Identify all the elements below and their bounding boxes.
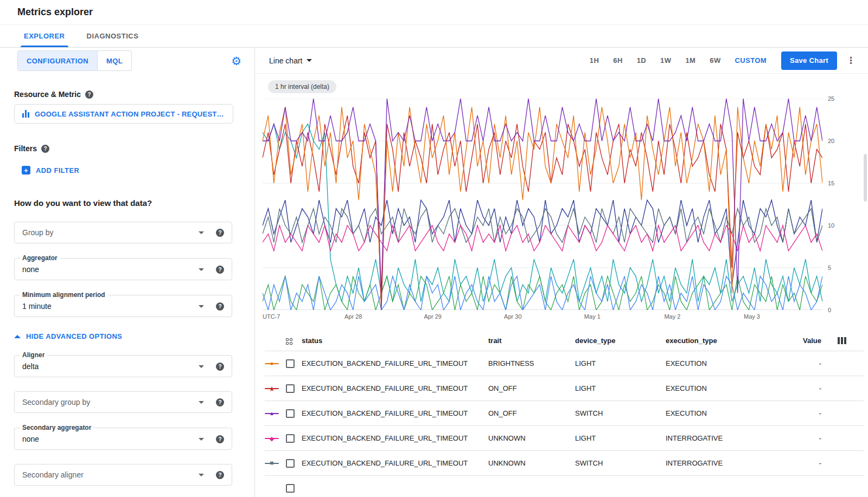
time-range-custom-button[interactable]: CUSTOM — [728, 52, 774, 69]
cell-device-type: LIGHT — [575, 359, 666, 367]
help-icon[interactable]: ? — [216, 266, 224, 274]
time-range-1m-button[interactable]: 1M — [678, 52, 703, 69]
secondary-group-by-placeholder: Secondary group by — [22, 398, 90, 406]
time-range-1h-button[interactable]: 1H — [583, 52, 606, 69]
chevron-down-icon — [307, 59, 312, 62]
selected-metric-chip[interactable]: GOOGLE ASSISTANT ACTION PROJECT - REQUES… — [14, 104, 233, 124]
cell-device-type: SWITCH — [575, 409, 666, 417]
cell-trait: BRIGHTNESS — [488, 359, 575, 367]
chart-type-select[interactable]: Line chart — [269, 56, 312, 65]
table-row-partial — [265, 476, 864, 497]
x-tick-label: May 3 — [744, 313, 760, 320]
cell-execution-type: EXECUTION — [666, 409, 790, 417]
mql-mode-button[interactable]: MQL — [98, 50, 132, 71]
time-range-1w-button[interactable]: 1W — [653, 52, 678, 69]
aligner-label: Aligner — [20, 351, 47, 359]
star-series-marker-icon: ★ — [265, 385, 279, 392]
secondary-aggregator-value: none — [22, 435, 39, 443]
chevron-up-icon — [14, 335, 21, 338]
metric-chip-label: GOOGLE ASSISTANT ACTION PROJECT - REQUES… — [35, 110, 225, 118]
row-checkbox[interactable] — [286, 384, 295, 393]
help-icon[interactable]: ? — [216, 363, 224, 371]
aggregator-value: none — [22, 265, 39, 274]
add-filter-button[interactable]: + ADD FILTER — [22, 166, 254, 175]
time-range-6h-button[interactable]: 6H — [606, 52, 629, 69]
vertical-scrollbar[interactable] — [864, 154, 867, 202]
view-data-question: How do you want to view that data? — [14, 198, 254, 208]
hide-advanced-options-toggle[interactable]: HIDE ADVANCED OPTIONS — [14, 332, 254, 340]
cell-value: - — [790, 434, 838, 442]
min-alignment-select[interactable]: Minimum alignment period 1 minute ? — [14, 291, 232, 317]
cell-trait: ON_OFF — [488, 409, 575, 417]
help-icon[interactable]: ? — [216, 435, 224, 443]
chart-panel: Line chart 1H6H1D1W1M6W CUSTOM Save Char… — [255, 48, 868, 497]
advanced-toggle-label: HIDE ADVANCED OPTIONS — [26, 332, 122, 340]
secondary-aligner-select[interactable]: Secondary aligner ? — [14, 464, 232, 486]
resource-metric-label: Resource & Metric — [14, 90, 81, 99]
help-icon[interactable]: ? — [216, 471, 224, 479]
resource-metric-section: Resource & Metric ? — [14, 90, 254, 99]
help-icon[interactable]: ? — [216, 229, 224, 237]
secondary-aggregator-select[interactable]: Secondary aggregator none ? — [14, 424, 232, 450]
chevron-down-icon — [199, 305, 204, 308]
more-options-icon[interactable]: ⋮ — [841, 54, 860, 67]
chevron-down-icon — [199, 231, 204, 234]
time-range-6w-button[interactable]: 6W — [703, 52, 727, 69]
line-chart-plot — [263, 99, 822, 310]
chevron-down-icon — [199, 401, 204, 404]
x-tick-label: May 2 — [664, 313, 680, 320]
chevron-down-icon — [199, 268, 204, 271]
table-row: ■EXECUTION_BACKEND_FAILURE_URL_TIMEOUTBR… — [265, 351, 864, 376]
y-tick-label: 5 — [828, 264, 831, 271]
time-range-1d-button[interactable]: 1D — [630, 52, 653, 69]
table-row: ★EXECUTION_BACKEND_FAILURE_URL_TIMEOUTON… — [265, 376, 864, 401]
table-body: ■EXECUTION_BACKEND_FAILURE_URL_TIMEOUTBR… — [265, 351, 864, 476]
row-checkbox[interactable] — [286, 409, 295, 418]
table-row: ◆EXECUTION_BACKEND_FAILURE_URL_TIMEOUTUN… — [265, 426, 864, 451]
secondary-group-by-select[interactable]: Secondary group by ? — [14, 391, 232, 413]
cell-execution-type: EXECUTION — [666, 384, 790, 392]
cell-device-type: LIGHT — [575, 384, 666, 392]
x-tick-label: Apr 30 — [504, 313, 521, 320]
plus-icon: + — [22, 166, 30, 175]
tab-diagnostics[interactable]: DIAGNOSTICS — [76, 25, 150, 47]
help-icon[interactable]: ? — [85, 91, 93, 99]
aligner-select[interactable]: Aligner delta ? — [14, 351, 232, 377]
help-icon[interactable]: ? — [41, 145, 49, 153]
mode-toggle: CONFIGURATION MQL — [17, 50, 132, 71]
cell-trait: UNKNOWN — [488, 434, 575, 442]
row-checkbox[interactable] — [286, 359, 295, 368]
x-tick-label: Apr 28 — [344, 313, 362, 320]
help-icon[interactable]: ? — [216, 302, 224, 311]
save-chart-button[interactable]: Save Chart — [781, 51, 837, 70]
add-filter-label: ADD FILTER — [36, 166, 79, 175]
secondary-aggregator-label: Secondary aggregator — [20, 424, 93, 431]
table-row: ▲EXECUTION_BACKEND_FAILURE_URL_TIMEOUTON… — [265, 401, 864, 426]
page-header: Metrics explorer — [0, 0, 868, 25]
time-range-group: 1H6H1D1W1M6W — [583, 52, 728, 69]
tab-explorer[interactable]: EXPLORER — [13, 25, 76, 47]
chevron-down-icon — [199, 474, 204, 476]
x-tick-label: May 1 — [584, 313, 601, 320]
diamond-series-marker-icon: ◆ — [265, 435, 279, 442]
y-tick-label: 15 — [828, 180, 834, 186]
gear-icon[interactable]: ⚙ — [231, 55, 241, 67]
interval-chip: 1 hr interval (delta) — [268, 80, 336, 93]
aggregator-select[interactable]: Aggregator none ? — [14, 254, 232, 280]
cell-execution-type: INTERROGATIVE — [666, 434, 790, 442]
cell-status: EXECUTION_BACKEND_FAILURE_URL_TIMEOUT — [302, 359, 488, 367]
cell-status: EXECUTION_BACKEND_FAILURE_URL_TIMEOUT — [302, 434, 488, 442]
row-checkbox[interactable] — [286, 484, 295, 493]
cell-trait: UNKNOWN — [488, 459, 575, 467]
metrics-explorer-app: Metrics explorer EXPLORER DIAGNOSTICS CO… — [0, 0, 868, 497]
column-settings-icon[interactable] — [838, 337, 846, 344]
configuration-mode-button[interactable]: CONFIGURATION — [17, 50, 98, 71]
select-series-icon[interactable] — [286, 338, 292, 345]
help-icon[interactable]: ? — [216, 398, 224, 406]
y-tick-label: 10 — [828, 222, 834, 229]
group-by-select[interactable]: Group by ? — [14, 222, 232, 243]
cell-execution-type: EXECUTION — [666, 359, 790, 367]
table-row: ✖EXECUTION_BACKEND_FAILURE_URL_TIMEOUTUN… — [265, 451, 864, 476]
row-checkbox[interactable] — [286, 459, 295, 468]
row-checkbox[interactable] — [286, 434, 295, 443]
